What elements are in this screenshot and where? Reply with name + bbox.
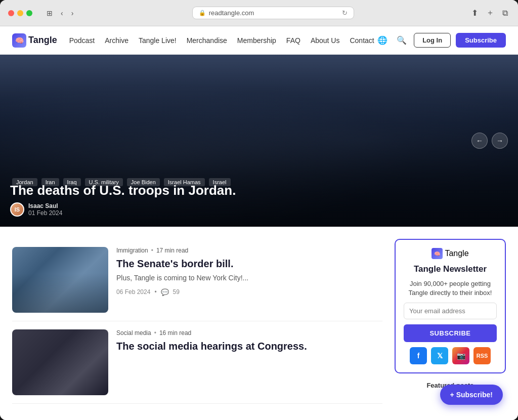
newsletter-logo: 🧠 Tangle (431, 248, 468, 259)
site-nav: 🧠 Tangle Podcast Archive Tangle Live! Me… (0, 26, 518, 55)
browser-nav: ⊞ ‹ › (44, 7, 76, 19)
globe-icon-button[interactable]: 🌐 (375, 33, 390, 47)
close-button[interactable] (8, 10, 14, 16)
read-time: 16 min read (159, 329, 191, 337)
traffic-lights (8, 10, 32, 16)
instagram-icon[interactable]: 📷 (452, 347, 469, 364)
rss-icon[interactable]: RSS (473, 347, 491, 364)
meta-dot: • (154, 288, 156, 296)
article-content: Social media • 16 min read The social me… (116, 329, 382, 395)
subscribe-button[interactable]: Subscribe (456, 33, 506, 48)
forward-button[interactable]: › (68, 7, 77, 19)
float-subscribe-button[interactable]: + Subscribe! (440, 385, 503, 405)
nav-link-about-us[interactable]: About Us (311, 36, 340, 45)
category-label[interactable]: Social media (116, 329, 151, 337)
url-text: readtangle.com (209, 9, 254, 17)
read-time: 17 min read (156, 247, 188, 254)
logo-text: Tangle (28, 35, 57, 46)
comment-icon: 💬 (161, 288, 169, 296)
sidebar-toggle-button[interactable]: ⊞ (44, 7, 56, 19)
titlebar-actions: ⬆ ＋ ⧉ (469, 6, 510, 20)
hero-nav-arrows: ← → (471, 133, 508, 149)
hero-title[interactable]: The deaths of U.S. troops in Jordan. (10, 183, 488, 198)
category-dot: • (151, 247, 153, 254)
nav-actions: 🌐 🔍 Log In Subscribe (375, 33, 506, 48)
newsletter-box: 🧠 Tangle Tangle Newsletter Join 90,000+ … (395, 239, 506, 373)
back-button[interactable]: ‹ (58, 7, 66, 19)
new-tab-button[interactable]: ＋ (484, 6, 496, 20)
lock-icon: 🔒 (199, 10, 206, 16)
article-meta: 06 Feb 2024 • 💬 59 (116, 288, 382, 296)
browser-window: ⊞ ‹ › 🔒 readtangle.com ↻ ⬆ ＋ ⧉ 🧠 Tangle (0, 0, 518, 420)
nav-link-faq[interactable]: FAQ (286, 36, 300, 45)
newsletter-social: f 𝕏 📷 RSS (410, 347, 491, 364)
newsletter-desc: Join 90,000+ people getting Tangle direc… (404, 279, 497, 298)
minimize-button[interactable] (17, 10, 23, 16)
category-label[interactable]: Immigration (116, 247, 148, 254)
address-bar: 🔒 readtangle.com ↻ (81, 7, 464, 19)
search-button[interactable]: 🔍 (395, 33, 409, 47)
article-category: Immigration • 17 min read (116, 247, 382, 254)
article-title[interactable]: The social media hearings at Congress. (116, 340, 382, 353)
article-date: 06 Feb 2024 (116, 288, 150, 296)
newsletter-logo-text: Tangle (445, 249, 468, 258)
hero-prev-arrow[interactable]: ← (471, 133, 488, 149)
nav-link-archive[interactable]: Archive (105, 36, 128, 45)
category-dot: • (154, 329, 156, 337)
nav-link-merchandise[interactable]: Merchandise (187, 36, 227, 45)
hero-section: ← → Jordan Iran Iraq U.S. military Joe B… (0, 55, 518, 227)
titlebar: ⊞ ‹ › 🔒 readtangle.com ↻ ⬆ ＋ ⧉ (0, 0, 518, 26)
article-excerpt: Plus, Tangle is coming to New York City!… (116, 273, 382, 283)
article-thumbnail[interactable] (12, 329, 108, 395)
nav-link-podcast[interactable]: Podcast (69, 36, 95, 45)
author-info: Isaac Saul 01 Feb 2024 (28, 202, 62, 217)
hero-content: The deaths of U.S. troops in Jordan. IS … (10, 183, 488, 217)
nav-link-tangle-live[interactable]: Tangle Live! (139, 36, 177, 45)
articles-list: Immigration • 17 min read The Senate's b… (12, 239, 382, 408)
newsletter-subscribe-button[interactable]: SUBSCRIBE (404, 324, 497, 342)
twitter-icon[interactable]: 𝕏 (431, 347, 448, 364)
share-button[interactable]: ⬆ (469, 6, 480, 20)
article-card: Immigration • 17 min read The Senate's b… (12, 239, 382, 321)
newsletter-logo-icon: 🧠 (431, 248, 443, 259)
comment-count: 59 (173, 288, 180, 296)
site-logo[interactable]: 🧠 Tangle (12, 33, 57, 48)
hero-next-arrow[interactable]: → (492, 133, 508, 149)
article-thumbnail[interactable] (12, 247, 108, 313)
article-category: Social media • 16 min read (116, 329, 382, 337)
article-title[interactable]: The Senate's border bill. (116, 257, 382, 270)
login-button[interactable]: Log In (414, 33, 451, 48)
newsletter-sidebar: 🧠 Tangle Tangle Newsletter Join 90,000+ … (395, 239, 506, 408)
hero-author: IS Isaac Saul 01 Feb 2024 (10, 202, 488, 217)
logo-icon: 🧠 (12, 33, 26, 48)
maximize-button[interactable] (26, 10, 32, 16)
browser-content: 🧠 Tangle Podcast Archive Tangle Live! Me… (0, 26, 518, 420)
newsletter-email-input[interactable] (404, 303, 497, 319)
refresh-icon[interactable]: ↻ (342, 9, 348, 17)
author-avatar: IS (10, 202, 24, 217)
newsletter-title: Tangle Newsletter (414, 264, 487, 274)
url-field[interactable]: 🔒 readtangle.com ↻ (192, 7, 354, 19)
article-content: Immigration • 17 min read The Senate's b… (116, 247, 382, 313)
nav-links: Podcast Archive Tangle Live! Merchandise… (69, 36, 375, 45)
facebook-icon[interactable]: f (410, 347, 427, 364)
nav-link-contact[interactable]: Contact (350, 36, 374, 45)
article-card: Social media • 16 min read The social me… (12, 321, 382, 404)
nav-link-membership[interactable]: Membership (237, 36, 276, 45)
author-name: Isaac Saul (28, 202, 62, 209)
tabs-button[interactable]: ⧉ (500, 7, 510, 20)
author-date: 01 Feb 2024 (28, 209, 62, 217)
